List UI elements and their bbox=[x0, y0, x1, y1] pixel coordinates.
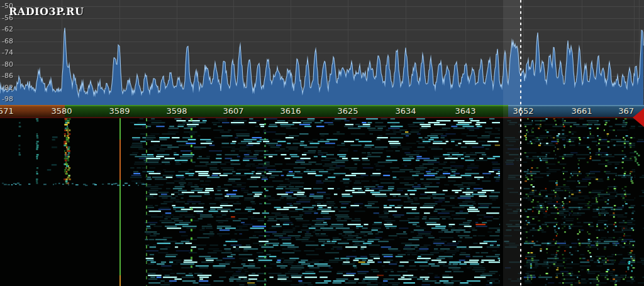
frequency-scale[interactable]: 5713580358935983607361636253634364336523… bbox=[0, 105, 644, 118]
freq-tick-label: 3661 bbox=[571, 106, 592, 116]
db-scale-label: -62 bbox=[2, 25, 13, 33]
freq-tick-label: 3580 bbox=[51, 106, 72, 116]
freq-tick-label: 3616 bbox=[280, 106, 301, 116]
freq-tick-label: 367 bbox=[618, 106, 634, 116]
db-scale-label: -80 bbox=[2, 60, 13, 69]
spectrum-display[interactable] bbox=[0, 0, 644, 105]
freq-tick-label: 3634 bbox=[395, 106, 416, 116]
freq-tick-label: 3643 bbox=[455, 106, 475, 116]
tuning-cursor[interactable] bbox=[520, 0, 521, 286]
db-scale-label: -74 bbox=[2, 48, 13, 57]
watermark: RADIO3P.RU bbox=[9, 6, 84, 18]
freq-tick-label: 3625 bbox=[337, 106, 358, 116]
freq-tick-label: 3607 bbox=[223, 106, 243, 116]
scale-baseline bbox=[0, 117, 644, 118]
freq-tick-label: 3598 bbox=[166, 106, 187, 116]
db-scale-label: -68 bbox=[2, 37, 13, 45]
freq-tick-label: 3589 bbox=[109, 106, 130, 116]
waterfall-display[interactable] bbox=[0, 118, 644, 286]
db-scale-label: -98 bbox=[2, 95, 13, 103]
db-scale-label: -92 bbox=[2, 84, 13, 92]
freq-tick-label: 571 bbox=[0, 106, 14, 116]
sdr-app: -50-56-62-68-74-80-86-92-98 571358035893… bbox=[0, 0, 644, 286]
selection-region[interactable] bbox=[503, 0, 521, 286]
db-scale-label: -86 bbox=[2, 72, 13, 80]
band-edge-marker-icon[interactable] bbox=[633, 108, 644, 127]
